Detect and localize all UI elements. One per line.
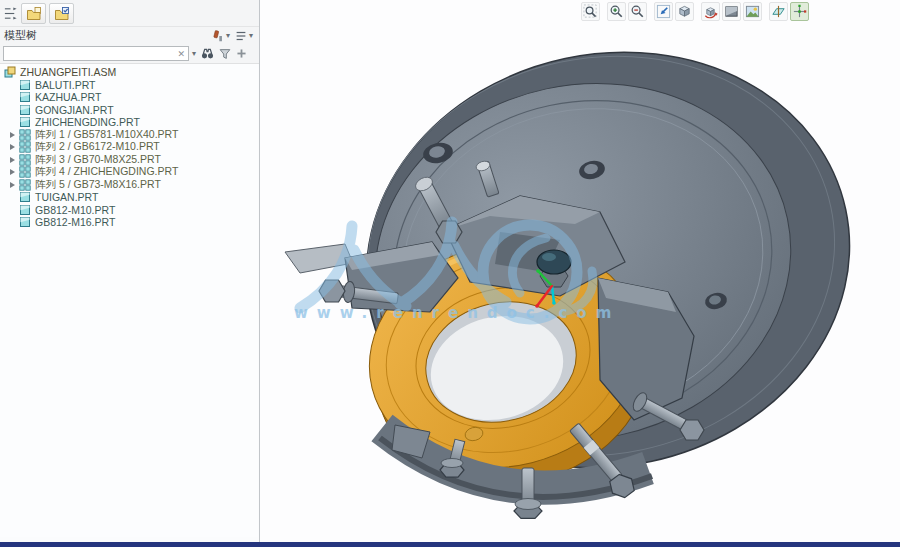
navigator-tab-strip — [0, 0, 259, 26]
find-button[interactable] — [199, 46, 216, 62]
tree-header: 模型树 ▾ ▾ — [0, 26, 259, 44]
pattern-icon — [19, 129, 32, 141]
tree-row[interactable]: 阵列 4 / ZHICHENGDING.PRT — [0, 166, 258, 179]
favorites-tab[interactable] — [49, 3, 74, 24]
tree-item-label: ZHICHENGDING.PRT — [35, 116, 140, 128]
list-icon — [234, 29, 248, 43]
favorites-icon — [54, 6, 70, 22]
model-tree: ZHUANGPEITI.ASMBALUTI.PRTKAZHUA.PRTGONGJ… — [0, 64, 258, 537]
pattern-icon — [19, 179, 32, 191]
graphics-area[interactable]: www.renrendoc.com — [260, 0, 900, 542]
tree-display-list-button[interactable]: ▾ — [232, 28, 255, 43]
tree-row[interactable]: GONGJIAN.PRT — [0, 104, 258, 117]
tree-row[interactable]: KAZHUA.PRT — [0, 91, 258, 104]
part-icon — [19, 204, 32, 216]
tree-row[interactable]: ZHUANGPEITI.ASM — [0, 66, 258, 79]
clear-search-icon[interactable]: ✕ — [174, 49, 188, 59]
pattern-icon — [19, 166, 32, 178]
tree-item-label: 阵列 5 / GB73-M8X16.PRT — [35, 178, 161, 192]
tree-row[interactable]: 阵列 3 / GB70-M8X25.PRT — [0, 154, 258, 167]
expander-icon[interactable] — [6, 182, 19, 188]
binoculars-icon — [200, 46, 215, 61]
tree-filters-button[interactable]: ▾ — [209, 28, 232, 43]
filter-button[interactable] — [216, 46, 233, 62]
tree-item-label: GONGJIAN.PRT — [35, 104, 114, 116]
tree-filters-icon — [211, 29, 225, 43]
pattern-icon — [19, 141, 32, 153]
part-icon — [19, 216, 32, 228]
part-icon — [19, 191, 32, 203]
tree-item-label: ZHUANGPEITI.ASM — [20, 66, 116, 78]
tree-item-label: KAZHUA.PRT — [35, 91, 101, 103]
expander-icon[interactable] — [6, 169, 19, 175]
search-options-caret-icon[interactable]: ▾ — [189, 50, 199, 58]
folder-browser-icon — [26, 6, 42, 22]
assembly-icon — [4, 66, 17, 78]
tree-row[interactable]: TUIGAN.PRT — [0, 191, 258, 204]
plus-icon — [235, 47, 248, 60]
dropdown-caret-icon: ▾ — [226, 32, 230, 40]
expander-icon[interactable] — [6, 132, 19, 138]
tree-item-label: TUIGAN.PRT — [35, 191, 98, 203]
part-icon — [19, 116, 32, 128]
status-strip — [0, 542, 900, 547]
tree-search-row: ✕ ▾ — [0, 44, 259, 64]
navigator-sash-icon[interactable] — [2, 5, 18, 23]
tree-row[interactable]: 阵列 2 / GB6172-M10.PRT — [0, 141, 258, 154]
part-icon — [19, 91, 32, 103]
panel-title: 模型树 — [4, 28, 37, 43]
tree-row[interactable]: 阵列 1 / GB5781-M10X40.PRT — [0, 129, 258, 142]
tree-search-input[interactable] — [4, 48, 174, 59]
add-button[interactable] — [233, 46, 250, 62]
expander-icon[interactable] — [6, 157, 19, 163]
watermark-url: www.renrendoc.com — [294, 304, 620, 322]
funnel-icon — [218, 47, 232, 61]
expander-icon[interactable] — [6, 144, 19, 150]
tree-item-label: BALUTI.PRT — [35, 79, 96, 91]
tree-row[interactable]: ZHICHENGDING.PRT — [0, 116, 258, 129]
tree-item-label: GB812-M10.PRT — [35, 204, 115, 216]
tree-row[interactable]: 阵列 5 / GB73-M8X16.PRT — [0, 179, 258, 192]
part-icon — [19, 104, 32, 116]
folder-browser-tab[interactable] — [21, 3, 46, 24]
navigator-panel: 模型树 ▾ ▾ — [0, 0, 260, 542]
tree-item-label: GB812-M16.PRT — [35, 216, 115, 228]
creo-window: 模型树 ▾ ▾ — [0, 0, 900, 547]
tree-search-box: ✕ — [3, 46, 189, 61]
pattern-icon — [19, 154, 32, 166]
tree-row[interactable]: GB812-M16.PRT — [0, 216, 258, 229]
part-icon — [19, 79, 32, 91]
tree-row[interactable]: GB812-M10.PRT — [0, 204, 258, 217]
dropdown-caret-icon: ▾ — [249, 32, 253, 40]
tree-row[interactable]: BALUTI.PRT — [0, 79, 258, 92]
